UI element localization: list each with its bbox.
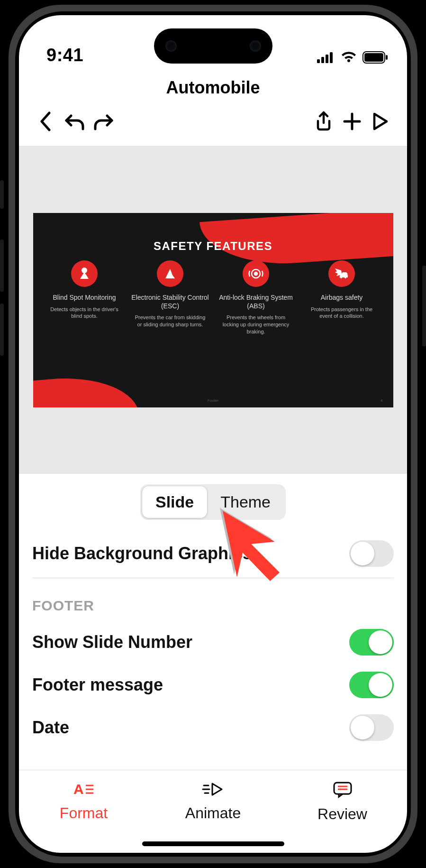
hide-bg-toggle[interactable] <box>349 540 394 567</box>
svg-rect-6 <box>386 55 388 60</box>
row-footer-message: Footer message <box>32 664 394 706</box>
svg-rect-23 <box>334 783 351 794</box>
footer-section-label: FOOTER <box>32 598 94 614</box>
row-hide-bg: Hide Background Graphics <box>32 532 394 575</box>
svg-rect-0 <box>317 59 320 63</box>
play-button[interactable] <box>366 107 395 136</box>
redo-button[interactable] <box>89 107 118 136</box>
feature-title: Airbags safety <box>303 294 381 302</box>
status-time: 9:41 <box>46 45 83 65</box>
slide-footer-text: Footer <box>208 398 218 403</box>
format-icon: A <box>73 781 94 800</box>
feature-title: Anti-lock Braking System (ABS) <box>217 294 295 310</box>
feature-desc: Detects objects in the driver's blind sp… <box>45 306 124 320</box>
cellular-icon <box>317 52 335 65</box>
feature-item: Anti-lock Braking System (ABS) Prevents … <box>217 260 295 335</box>
date-toggle[interactable] <box>349 714 394 741</box>
svg-point-10 <box>82 268 87 273</box>
slide-title: SAFETY FEATURES <box>33 240 393 253</box>
animate-icon <box>202 781 225 800</box>
svg-marker-14 <box>223 511 280 581</box>
bottom-tabbar: A Format Animate Review <box>19 770 407 853</box>
back-button[interactable] <box>31 107 60 136</box>
battery-icon <box>363 51 388 65</box>
feature-item: Blind Spot Monitoring Detects objects in… <box>45 260 124 335</box>
tab-animate-label: Animate <box>185 804 241 822</box>
row-show-slide-number: Show Slide Number <box>32 621 394 664</box>
feature-desc: Protects passengers in the event of a co… <box>303 306 381 320</box>
slide-number-text: 4 <box>381 398 382 403</box>
row-date: Date <box>32 706 394 749</box>
add-button[interactable] <box>338 107 366 136</box>
tab-format[interactable]: A Format <box>19 770 148 853</box>
dynamic-island <box>154 28 272 64</box>
decorative-shape <box>33 372 139 407</box>
svg-rect-3 <box>330 52 333 63</box>
date-label: Date <box>32 718 69 738</box>
slide-preview[interactable]: SAFETY FEATURES Blind Spot Monitoring De… <box>33 213 393 407</box>
svg-rect-1 <box>321 57 324 63</box>
abs-icon <box>243 260 269 287</box>
undo-button[interactable] <box>61 107 89 136</box>
review-icon <box>332 781 353 801</box>
wifi-icon <box>341 52 357 65</box>
feature-item: Airbags safety Protects passengers in th… <box>303 260 381 335</box>
tab-review-label: Review <box>317 805 367 823</box>
show-slide-number-label: Show Slide Number <box>32 632 192 652</box>
svg-rect-5 <box>364 53 383 62</box>
toolbar <box>19 102 407 147</box>
home-indicator[interactable] <box>142 841 284 846</box>
tab-animate[interactable]: Animate <box>148 770 278 853</box>
svg-marker-22 <box>212 784 222 795</box>
svg-rect-2 <box>326 55 328 63</box>
svg-text:A: A <box>73 781 84 797</box>
page-title: Automobile <box>19 78 407 98</box>
share-button[interactable] <box>309 107 338 136</box>
feature-desc: Prevents the car from skidding or slidin… <box>131 314 209 328</box>
seg-slide[interactable]: Slide <box>142 486 207 518</box>
svg-marker-9 <box>374 114 387 129</box>
footer-message-toggle[interactable] <box>349 672 394 698</box>
svg-point-13 <box>254 272 257 275</box>
feature-desc: Prevents the wheels from locking up duri… <box>217 314 295 335</box>
airbag-icon <box>71 260 98 287</box>
tab-format-label: Format <box>60 804 108 822</box>
crash-icon <box>328 260 355 287</box>
feature-item: Electronic Stability Control (ESC) Preve… <box>131 260 209 335</box>
pointer-arrow-icon <box>218 506 294 584</box>
feature-title: Electronic Stability Control (ESC) <box>131 294 209 310</box>
tab-review[interactable]: Review <box>278 770 407 853</box>
svg-rect-11 <box>83 273 85 276</box>
slide-canvas[interactable]: SAFETY FEATURES Blind Spot Monitoring De… <box>19 147 407 474</box>
show-slide-number-toggle[interactable] <box>349 629 394 656</box>
feature-title: Blind Spot Monitoring <box>45 294 124 302</box>
stability-icon <box>157 260 183 287</box>
footer-message-label: Footer message <box>32 675 163 695</box>
